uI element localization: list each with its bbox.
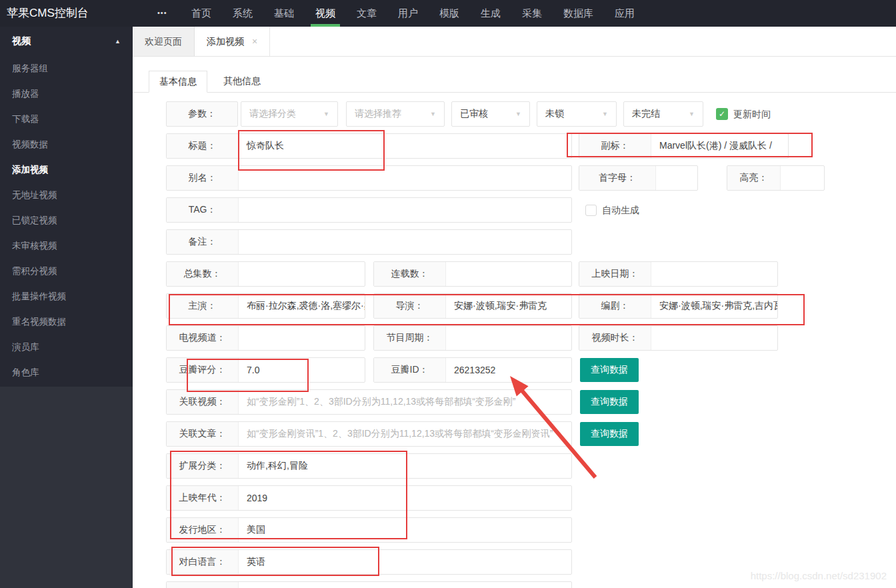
- sidebar-item-duplicate-video[interactable]: 重名视频数据: [0, 309, 133, 335]
- serial-select-value: 未完结: [632, 108, 660, 120]
- tag-row: TAG： 自动生成: [166, 197, 896, 223]
- apple-cms-console-page: 苹果CMS控制台 ••• 首页 系统 基础 视频 文章 用户 模版 生成 采集 …: [0, 0, 896, 588]
- sidebar-item-downloader[interactable]: 下载器: [0, 107, 133, 132]
- query-related-video-button[interactable]: 查询数据: [580, 390, 639, 414]
- sidebar-group-header[interactable]: 视频 ▲: [0, 27, 133, 56]
- initial-input[interactable]: [656, 166, 697, 190]
- chevron-down-icon: ▼: [689, 111, 695, 117]
- total-episodes-box: 总集数：: [166, 261, 365, 287]
- sidebar-item-points-video[interactable]: 需积分视频: [0, 259, 133, 284]
- release-region-row: 发行地区： 美国: [166, 517, 896, 543]
- sidebar-item-locked-video[interactable]: 已锁定视频: [0, 208, 133, 233]
- alias-input[interactable]: [239, 166, 571, 190]
- sidebar-group-title: 视频: [12, 35, 31, 47]
- audit-select[interactable]: 已审核▼: [451, 101, 530, 127]
- starring-label: 主演：: [167, 294, 239, 318]
- douban-score-input[interactable]: 7.0: [239, 358, 365, 382]
- query-related-article-button[interactable]: 查询数据: [580, 422, 639, 446]
- screenwriter-label: 编剧：: [579, 294, 651, 318]
- dialogue-language-input[interactable]: 英语: [239, 550, 571, 574]
- sidebar-item-add-video[interactable]: 添加视频: [0, 157, 133, 183]
- nav-item-user[interactable]: 用户: [387, 0, 429, 27]
- content-area: 基本信息 其他信息 参数： 请选择分类▼ 请选择推荐▼ 已审核▼ 未锁▼: [133, 57, 896, 588]
- nav-item-generate[interactable]: 生成: [470, 0, 511, 27]
- tv-channel-box: 电视频道：: [166, 325, 365, 351]
- sidebar-item-unaudited-video[interactable]: 未审核视频: [0, 233, 133, 259]
- nav-item-database[interactable]: 数据库: [553, 0, 604, 27]
- screenwriter-input[interactable]: 安娜·波顿,瑞安·弗雷克,吉内瓦: [651, 294, 777, 318]
- query-douban-button[interactable]: 查询数据: [580, 358, 639, 382]
- dialogue-language-box: 对白语言： 英语: [166, 549, 572, 575]
- subtitle-label: 副标：: [579, 134, 651, 158]
- related-article-input[interactable]: 如“变形金刚资讯”1、2、3部ID分别为11,12,13或将每部都填“变形金刚资…: [239, 422, 571, 446]
- title-input[interactable]: 惊奇队长: [239, 134, 571, 158]
- tv-channel-input[interactable]: [239, 326, 365, 350]
- highlight-input[interactable]: [781, 166, 824, 190]
- tab-welcome[interactable]: 欢迎页面: [133, 27, 195, 56]
- serial-select[interactable]: 未完结▼: [623, 101, 703, 127]
- duration-box: 视频时长：: [579, 325, 778, 351]
- auto-generate-checkbox[interactable]: [585, 205, 597, 216]
- tab-add-video[interactable]: 添加视频×: [195, 27, 270, 56]
- serial-count-input[interactable]: [446, 262, 571, 286]
- nav-item-home[interactable]: 首页: [181, 0, 222, 27]
- douban-id-input[interactable]: 26213252: [446, 358, 571, 382]
- program-cycle-input[interactable]: [446, 326, 571, 350]
- category-select-value: 请选择分类: [249, 108, 296, 120]
- douban-row: 豆瓣评分： 7.0 豆瓣ID： 26213252 查询数据: [166, 357, 896, 383]
- starring-input[interactable]: 布丽·拉尔森,裘德·洛,塞缪尔·杰克逊: [239, 294, 365, 318]
- director-input[interactable]: 安娜·波顿,瑞安·弗雷克: [446, 294, 571, 318]
- nav-item-template[interactable]: 模版: [429, 0, 470, 27]
- remark-input[interactable]: [239, 230, 571, 254]
- sidebar-item-role-library[interactable]: 角色库: [0, 360, 133, 385]
- window-tabstrip: 欢迎页面 添加视频×: [133, 27, 896, 57]
- serial-count-box: 连载数：: [373, 261, 572, 287]
- partial-bottom-input[interactable]: [239, 582, 571, 588]
- tab-basic-info[interactable]: 基本信息: [149, 71, 207, 93]
- remark-row: 备注：: [166, 229, 896, 255]
- release-date-label: 上映日期：: [579, 262, 651, 286]
- nav-item-system[interactable]: 系统: [222, 0, 263, 27]
- related-video-input[interactable]: 如“变形金刚”1、2、3部ID分别为11,12,13或将每部都填“变形金刚”: [239, 390, 571, 414]
- audit-select-value: 已审核: [460, 108, 488, 120]
- sidebar-item-video-data[interactable]: 视频数据: [0, 132, 133, 157]
- release-year-input[interactable]: 2019: [239, 486, 571, 510]
- tab-other-info[interactable]: 其他信息: [207, 71, 277, 92]
- release-region-input[interactable]: 美国: [239, 518, 571, 542]
- close-icon[interactable]: ×: [252, 36, 257, 47]
- recommend-select-value: 请选择推荐: [355, 108, 401, 120]
- sidebar-item-player[interactable]: 播放器: [0, 81, 133, 107]
- update-time-label: 更新时间: [733, 101, 771, 127]
- sidebar-item-batch-video[interactable]: 批量操作视频: [0, 284, 133, 309]
- title-box: 标题： 惊奇队长: [166, 133, 572, 159]
- release-region-box: 发行地区： 美国: [166, 517, 572, 543]
- duration-input[interactable]: [651, 326, 777, 350]
- subtitle-input[interactable]: Marvel队长(港) / 漫威队长 /: [651, 134, 788, 158]
- douban-id-label: 豆瓣ID：: [374, 358, 446, 382]
- related-article-box: 关联文章： 如“变形金刚资讯”1、2、3部ID分别为11,12,13或将每部都填…: [166, 421, 572, 447]
- top-navbar: 苹果CMS控制台 ••• 首页 系统 基础 视频 文章 用户 模版 生成 采集 …: [0, 0, 896, 27]
- alias-label: 别名：: [167, 166, 239, 190]
- release-date-input[interactable]: [651, 262, 777, 286]
- nav-item-collect[interactable]: 采集: [511, 0, 553, 27]
- tag-input[interactable]: [239, 198, 571, 222]
- category-select[interactable]: 请选择分类▼: [241, 101, 338, 127]
- nav-item-article[interactable]: 文章: [346, 0, 387, 27]
- serial-count-label: 连载数：: [374, 262, 446, 286]
- lock-select[interactable]: 未锁▼: [537, 101, 617, 127]
- nav-item-video[interactable]: 视频: [305, 0, 346, 27]
- sidebar-item-actor-library[interactable]: 演员库: [0, 335, 133, 360]
- episodes-row: 总集数： 连载数： 上映日期：: [166, 261, 896, 287]
- update-time-checkbox[interactable]: ✓: [716, 108, 728, 120]
- nav-item-app[interactable]: 应用: [604, 0, 645, 27]
- more-menu-icon[interactable]: •••: [157, 0, 167, 25]
- release-year-box: 上映年代： 2019: [166, 485, 572, 511]
- sidebar-item-server-group[interactable]: 服务器组: [0, 56, 133, 81]
- sidebar-item-no-address-video[interactable]: 无地址视频: [0, 183, 133, 208]
- extended-category-input[interactable]: 动作,科幻,冒险: [239, 454, 571, 478]
- total-episodes-input[interactable]: [239, 262, 365, 286]
- release-year-row: 上映年代： 2019: [166, 485, 896, 511]
- nav-item-basic[interactable]: 基础: [263, 0, 305, 27]
- recommend-select[interactable]: 请选择推荐▼: [346, 101, 445, 127]
- sidebar-video-menu: 视频 ▲ 服务器组 播放器 下载器 视频数据 添加视频 无地址视频 已锁定视频 …: [0, 27, 133, 387]
